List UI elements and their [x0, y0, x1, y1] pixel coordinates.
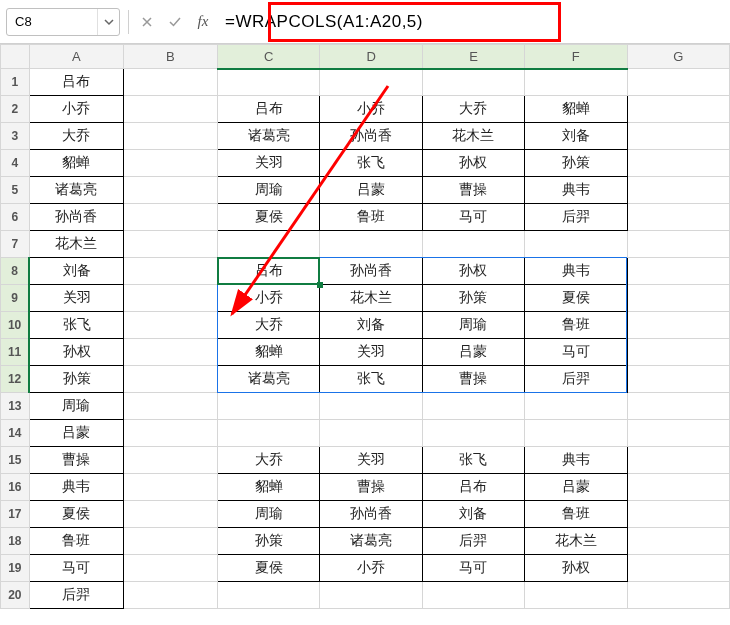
cell[interactable]: 后羿 — [525, 204, 627, 231]
row-header[interactable]: 19 — [1, 555, 30, 582]
cell[interactable] — [627, 258, 729, 285]
cell[interactable] — [627, 150, 729, 177]
cell[interactable]: 孙策 — [525, 150, 627, 177]
cell[interactable] — [627, 393, 729, 420]
cell[interactable]: 花木兰 — [29, 231, 123, 258]
cell[interactable]: 花木兰 — [422, 123, 524, 150]
cell[interactable]: 吕布 — [422, 474, 524, 501]
cell[interactable]: 小乔 — [218, 285, 320, 312]
cell[interactable] — [218, 393, 320, 420]
col-header-G[interactable]: G — [627, 45, 729, 69]
row-header[interactable]: 8 — [1, 258, 30, 285]
select-all-corner[interactable] — [1, 45, 30, 69]
cell[interactable]: 夏侯 — [525, 285, 627, 312]
name-box-dropdown[interactable] — [97, 9, 119, 35]
cell[interactable]: 吕布 — [29, 69, 123, 96]
cell[interactable] — [525, 393, 627, 420]
cell[interactable] — [422, 69, 524, 96]
cell[interactable]: 小乔 — [320, 555, 422, 582]
cell[interactable]: 刘备 — [29, 258, 123, 285]
row-header[interactable]: 13 — [1, 393, 30, 420]
cell[interactable] — [627, 555, 729, 582]
cell[interactable]: 小乔 — [320, 96, 422, 123]
cell[interactable] — [627, 123, 729, 150]
cell[interactable] — [627, 447, 729, 474]
cell[interactable]: 大乔 — [29, 123, 123, 150]
col-header-A[interactable]: A — [29, 45, 123, 69]
col-header-B[interactable]: B — [123, 45, 217, 69]
cell[interactable]: 关羽 — [320, 447, 422, 474]
cell[interactable]: 吕蒙 — [320, 177, 422, 204]
cell[interactable]: 鲁班 — [29, 528, 123, 555]
cell[interactable]: 后羿 — [525, 366, 627, 393]
cell[interactable]: 后羿 — [29, 582, 123, 609]
cell[interactable] — [123, 177, 217, 204]
cell[interactable] — [627, 474, 729, 501]
cell[interactable]: 貂蝉 — [218, 474, 320, 501]
cell[interactable] — [320, 69, 422, 96]
insert-function-button[interactable]: fx — [193, 10, 213, 34]
cell[interactable] — [123, 150, 217, 177]
row-header[interactable]: 10 — [1, 312, 30, 339]
cell[interactable] — [525, 69, 627, 96]
cell[interactable]: 貂蝉 — [29, 150, 123, 177]
cell[interactable]: 张飞 — [320, 366, 422, 393]
col-header-F[interactable]: F — [525, 45, 627, 69]
cell[interactable]: 孙策 — [29, 366, 123, 393]
cell[interactable] — [123, 420, 217, 447]
cell[interactable] — [123, 123, 217, 150]
cell[interactable]: 曹操 — [422, 177, 524, 204]
cell[interactable]: 吕蒙 — [422, 339, 524, 366]
cell[interactable]: 夏侯 — [218, 204, 320, 231]
cell[interactable]: 孙尚香 — [29, 204, 123, 231]
confirm-formula-button[interactable] — [165, 10, 185, 34]
cell[interactable] — [218, 420, 320, 447]
cell[interactable]: 大乔 — [218, 447, 320, 474]
cell[interactable]: 周瑜 — [422, 312, 524, 339]
cell[interactable] — [123, 366, 217, 393]
cell[interactable]: 诸葛亮 — [218, 123, 320, 150]
cell[interactable]: 夏侯 — [218, 555, 320, 582]
cell[interactable]: 孙权 — [422, 150, 524, 177]
cell[interactable] — [525, 420, 627, 447]
cell[interactable] — [123, 69, 217, 96]
cell[interactable]: 马可 — [422, 555, 524, 582]
cell[interactable]: 孙权 — [29, 339, 123, 366]
cell[interactable]: 刘备 — [422, 501, 524, 528]
cell[interactable]: 花木兰 — [320, 285, 422, 312]
cell[interactable] — [218, 231, 320, 258]
cell[interactable] — [422, 393, 524, 420]
cell[interactable]: 马可 — [29, 555, 123, 582]
cell[interactable]: 张飞 — [29, 312, 123, 339]
cell[interactable] — [123, 447, 217, 474]
cell[interactable]: 马可 — [525, 339, 627, 366]
cell[interactable]: 诸葛亮 — [320, 528, 422, 555]
cell[interactable]: 典韦 — [525, 447, 627, 474]
row-header[interactable]: 12 — [1, 366, 30, 393]
cell[interactable]: 夏侯 — [29, 501, 123, 528]
cell[interactable]: 关羽 — [218, 150, 320, 177]
cell[interactable] — [627, 501, 729, 528]
cell[interactable]: 孙策 — [422, 285, 524, 312]
cell[interactable] — [627, 528, 729, 555]
cell[interactable] — [525, 582, 627, 609]
cell[interactable]: 吕布 — [218, 258, 320, 285]
cell[interactable]: 马可 — [422, 204, 524, 231]
col-header-E[interactable]: E — [422, 45, 524, 69]
formula-input[interactable] — [221, 10, 724, 34]
cell[interactable]: 典韦 — [525, 177, 627, 204]
cell[interactable]: 孙尚香 — [320, 258, 422, 285]
col-header-C[interactable]: C — [218, 45, 320, 69]
cell[interactable]: 曹操 — [29, 447, 123, 474]
cell[interactable]: 张飞 — [422, 447, 524, 474]
cell[interactable]: 鲁班 — [525, 312, 627, 339]
cell[interactable]: 孙策 — [218, 528, 320, 555]
cell[interactable] — [320, 582, 422, 609]
cell[interactable] — [627, 312, 729, 339]
cell[interactable] — [627, 96, 729, 123]
cell[interactable] — [422, 231, 524, 258]
cell[interactable]: 刘备 — [320, 312, 422, 339]
cell[interactable]: 吕蒙 — [525, 474, 627, 501]
cell[interactable]: 貂蝉 — [525, 96, 627, 123]
row-header[interactable]: 20 — [1, 582, 30, 609]
